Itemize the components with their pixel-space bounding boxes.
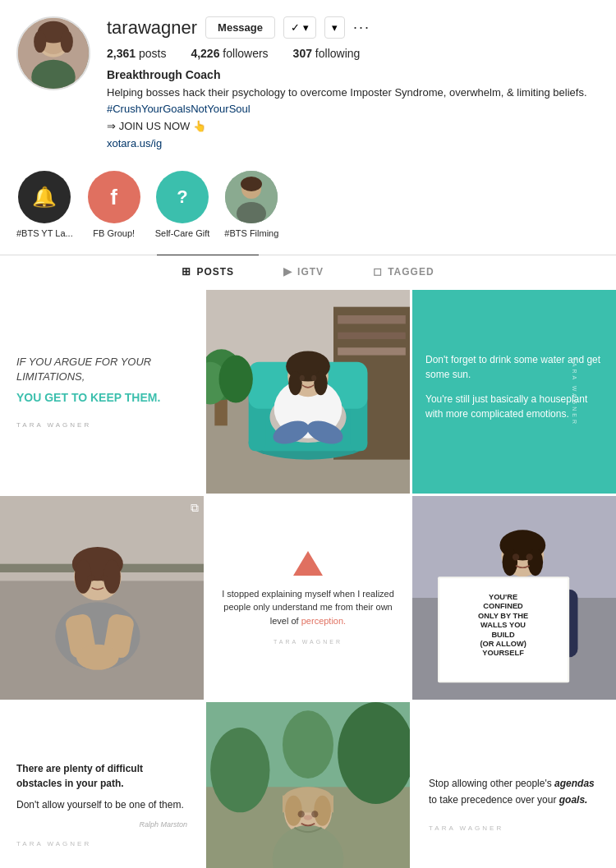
svg-point-53 (503, 549, 518, 576)
svg-point-81 (311, 811, 318, 817)
post7-attribution: Ralph Marston (16, 820, 187, 829)
triangle-icon (293, 551, 323, 576)
tv-icon: ▶ (283, 265, 292, 278)
highlight-item-self-care[interactable]: ? Self-Care Gift (155, 171, 210, 238)
profile-top-row: tarawagner Message ✓ ▾ ▾ ··· (107, 16, 600, 39)
following-stat[interactable]: 307 following (293, 47, 361, 60)
post9-quote: Stop allowing other people's agendas to … (429, 776, 600, 807)
svg-rect-15 (338, 333, 406, 339)
post9-author: TARA WAGNER (429, 824, 600, 832)
svg-point-30 (300, 375, 305, 381)
tag-icon: ◻ (373, 265, 383, 278)
svg-point-28 (288, 371, 302, 395)
bio-text: Helping bosses hack their psychology to … (107, 85, 600, 117)
post7-quote1: There are plenty of difficult obstacles … (16, 761, 187, 791)
svg-rect-16 (338, 347, 406, 355)
grid-icon: ⊞ (182, 265, 191, 278)
post1-author: TARA WAGNER (16, 421, 187, 429)
svg-text:(OR ALLOW): (OR ALLOW) (480, 640, 526, 648)
svg-text:YOU'RE: YOU'RE (489, 593, 517, 601)
username: tarawagner (107, 17, 197, 39)
svg-rect-14 (338, 315, 406, 324)
posts-stat[interactable]: 2,361 posts (107, 47, 166, 60)
multi-photo-icon: ⧉ (191, 501, 199, 515)
post-item-9[interactable]: Stop allowing other people's agendas to … (412, 702, 616, 868)
svg-point-35 (219, 356, 253, 403)
post-item-6[interactable]: YOU'RE CONFINED ONLY BY THE WALLS YOU BU… (412, 496, 616, 700)
tabs-section: ⊞ POSTS ▶ IGTV ◻ TAGGED (0, 255, 616, 287)
post-item-5[interactable]: I stopped explaining myself when I reali… (206, 496, 410, 700)
svg-text:YOURSELF: YOURSELF (482, 649, 524, 657)
highlight-circle-self-care: ? (156, 171, 209, 223)
svg-point-80 (298, 811, 305, 817)
dropdown-button[interactable]: ▾ (324, 16, 345, 39)
svg-point-47 (87, 575, 94, 581)
svg-point-31 (311, 375, 316, 381)
highlight-label-fb-group: FB Group! (93, 228, 135, 238)
profile-section: tarawagner Message ✓ ▾ ▾ ··· 2,361 posts… (0, 0, 616, 158)
highlight-label-bts-yt: #BTS YT La... (16, 228, 73, 238)
tab-posts-label: POSTS (196, 266, 234, 278)
svg-point-71 (210, 728, 269, 812)
svg-text:CONFINED: CONFINED (483, 602, 523, 610)
highlight-item-fb-group[interactable]: f FB Group! (88, 171, 140, 238)
svg-text:BUILD: BUILD (491, 631, 515, 639)
post3-author: TARA WAGNER (572, 357, 578, 426)
pointing-icon: 👆 (193, 120, 206, 132)
highlight-label-bts-filming: #BTS Filming (224, 228, 278, 238)
svg-point-78 (314, 796, 331, 826)
highlights-section: 🔔 #BTS YT La... f FB Group! ? Self-Care … (0, 158, 616, 250)
post5-author: TARA WAGNER (274, 639, 342, 645)
more-options-button[interactable]: ··· (353, 19, 370, 36)
highlight-label-self-care: Self-Care Gift (155, 228, 210, 238)
svg-point-46 (76, 645, 119, 670)
post1-quote-accent: YOU GET TO KEEP THEM. (16, 390, 187, 405)
tab-tagged[interactable]: ◻ TAGGED (348, 255, 458, 287)
tab-tagged-label: TAGGED (388, 266, 434, 278)
highlight-item-bts-yt[interactable]: 🔔 #BTS YT La... (16, 171, 73, 238)
arrow-icon: ⇒ (107, 120, 116, 132)
profile-info: tarawagner Message ✓ ▾ ▾ ··· 2,361 posts… (107, 16, 600, 150)
svg-point-54 (528, 549, 544, 576)
highlight-circle-bts-yt: 🔔 (18, 171, 71, 223)
bio-website[interactable]: xotara.us/ig (107, 137, 162, 149)
svg-point-68 (526, 553, 532, 560)
svg-point-48 (101, 575, 108, 581)
post-item-2[interactable] (206, 290, 410, 494)
bio-join: ⇒ JOIN US NOW 👆 (107, 120, 600, 132)
post-item-7[interactable]: There are plenty of difficult obstacles … (0, 702, 204, 868)
post1-quote-normal: IF YOU ARGUE FOR YOUR LIMITATIONS, (16, 355, 187, 384)
caret-down-icon: ▾ (332, 21, 338, 34)
highlight-circle-bts-filming (225, 171, 278, 223)
highlight-item-bts-filming[interactable]: #BTS Filming (224, 171, 278, 238)
avatar[interactable] (16, 16, 90, 90)
svg-point-73 (283, 710, 333, 778)
bio-hashtag[interactable]: #CrushYourGoalsNotYourSoul (107, 103, 251, 115)
highlight-circle-fb-group: f (88, 171, 140, 223)
posts-grid: IF YOU ARGUE FOR YOUR LIMITATIONS, YOU G… (0, 290, 616, 868)
svg-point-29 (314, 371, 328, 395)
tab-posts[interactable]: ⊞ POSTS (157, 255, 259, 287)
post-item-8[interactable] (206, 702, 410, 868)
svg-point-67 (513, 553, 519, 560)
svg-point-82 (304, 815, 312, 820)
post-item-3[interactable]: Don't forget to drink some water and get… (412, 290, 616, 494)
check-icon: ✓ (291, 21, 300, 34)
tab-igtv[interactable]: ▶ IGTV (259, 255, 348, 287)
svg-point-10 (241, 177, 262, 191)
post5-quote: I stopped explaining myself when I reali… (219, 587, 397, 628)
post7-author: TARA WAGNER (16, 840, 187, 847)
follow-button[interactable]: ✓ ▾ (283, 16, 316, 39)
followers-stat[interactable]: 4,226 followers (191, 47, 268, 60)
post7-quote2: Don't allow yourself to be one of them. (16, 797, 187, 812)
post-item-4[interactable]: ⧉ (0, 496, 204, 700)
tab-igtv-label: IGTV (297, 266, 324, 278)
stats-row: 2,361 posts 4,226 followers 307 followin… (107, 47, 600, 60)
svg-point-77 (285, 796, 302, 826)
message-button[interactable]: Message (205, 16, 275, 39)
svg-point-5 (34, 30, 46, 53)
post-item-1[interactable]: IF YOU ARGUE FOR YOUR LIMITATIONS, YOU G… (0, 290, 204, 494)
bio-name: Breakthrough Coach (107, 68, 600, 81)
svg-text:WALLS YOU: WALLS YOU (480, 621, 526, 629)
svg-text:ONLY BY THE: ONLY BY THE (478, 612, 528, 620)
